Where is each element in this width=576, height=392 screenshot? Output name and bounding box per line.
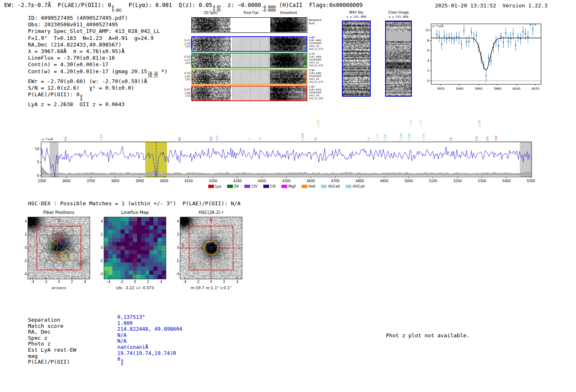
line-label-hβ: Hβ [449, 137, 453, 141]
data-point [441, 43, 442, 44]
line-label-nv: NV [178, 137, 181, 141]
y-axis-unit-label: e⁻¹⁷x2Å [432, 24, 444, 28]
legend-swatch [281, 185, 287, 188]
match-label: mag [28, 353, 117, 359]
row-2d-canvas [192, 86, 231, 100]
row-stat: 152 [179, 45, 190, 48]
sup-sub-value: 00 [80, 95, 82, 101]
x-tick-label: 3920 [437, 87, 444, 90]
x-tick-label: 4400 [258, 179, 266, 183]
timestamp: 2025-01-20 13:31:52 [435, 2, 496, 9]
summary-header: EW: -2.7±-0.7Å P(LAE)/P(OII): 000.001 P(… [4, 2, 363, 12]
data-point [448, 37, 450, 38]
sky-panel-canvas [343, 21, 370, 96]
row-smoothed-canvas [270, 86, 307, 100]
line-label-ciii: { CIII [409, 120, 413, 127]
y-tick-label: 10 [425, 28, 429, 32]
zoom-plot-svg: 3920394039603980400040200246810e⁻¹⁷x2Å [418, 19, 549, 95]
legend-swatch [263, 185, 269, 188]
cutout-title: HSC(26.2) r [172, 210, 250, 216]
spec2d-strip-frame [191, 17, 307, 33]
timestamp-version: 2025-01-20 13:31:52 Version 1.22.3 [435, 2, 548, 9]
cutout-y-tick-label: -2 [20, 259, 27, 263]
row-left-stats: 0.202.37153 [179, 55, 192, 65]
row-meta-line: 20230508 [309, 42, 336, 45]
x-tick-label: 5300 [478, 179, 486, 183]
cutout-xlabel: s/b: -3.22 +/- 0.073 [94, 285, 176, 290]
text-segment: Primary Spec_Slot_IFU_AMP: 413_028_042_L… [28, 28, 160, 34]
compass-north-label: N [210, 218, 213, 223]
sup-sub-value: 00 [121, 360, 123, 366]
cutout-x-tick-label: -4 [28, 280, 37, 284]
row-right-meta: 0.96"(240, 668)20230508v011_03413_LL_073 [309, 69, 336, 85]
line-label-hγ: Hγ [314, 137, 317, 141]
data-point [523, 31, 524, 32]
cutout-y-tick-label: 0 [96, 246, 103, 250]
match-row: Photo zN/A [28, 341, 182, 347]
x-tick-label: 5100 [429, 179, 437, 183]
text-segment: Cont(n) = 4.30(±0.00)e-17 [28, 61, 109, 67]
line-label-siii: SiII [64, 137, 67, 141]
info-line: ID: 4090527495 (4090527495.pdf) [28, 15, 167, 21]
row-stat: 133 [179, 94, 190, 97]
elixer-report-page: EW: -2.7±-0.7Å P(LAE)/P(OII): 000.001 P(… [0, 0, 576, 392]
spec2d-col-title: Pixel Flat [232, 11, 269, 15]
row-smoothed-canvas [270, 70, 307, 84]
row-stat: 2.37 [179, 58, 190, 62]
match-row: mag19.74(19.74,19.74)R [28, 353, 182, 359]
text-segment: 1.000 [117, 320, 133, 326]
text-segment: EWr = -2.70(±0.60) (w: -2.70(±0.59))Å [28, 78, 147, 84]
legend-swatch [321, 185, 327, 188]
cutout-title: Lineflux Map [96, 210, 174, 216]
cutout-y-tick-label: 0 [20, 246, 27, 250]
row-flat-canvas [232, 86, 270, 100]
row-meta-line: 0.86" [309, 36, 336, 39]
x-tick-label: 4600 [307, 179, 315, 183]
x-tick-label: 3960 [475, 87, 483, 90]
cutout-x-tick-label: -4 [181, 280, 189, 284]
legend-label: (H)CaII [353, 184, 365, 188]
x-tick-label: 4020 [532, 87, 539, 90]
legend-label: MgII [288, 184, 296, 188]
info-line: Cont(n) = 4.30(±0.00)e-17 [28, 61, 167, 68]
cutout-y-tick-label: 2 [20, 233, 27, 237]
cutout-y-tick-label: -2 [172, 259, 179, 263]
x-tick-label: 4300 [233, 179, 242, 183]
data-point [488, 58, 489, 59]
row-meta-line: v011_01 [309, 61, 336, 64]
sky-panel-title: With Sky [334, 11, 379, 15]
text-segment: Obs: 20230508v011_4090527495 [28, 21, 118, 28]
spectrum-legend: LyαOIICIVCIIIMgIIHeII(K)CaII(H)CaII [41, 183, 532, 189]
x-tick-label: 3500 [38, 179, 46, 183]
fiber-circle [64, 226, 73, 236]
row-meta-line: (241, 659) [309, 56, 336, 58]
compass-north-label: N [58, 218, 60, 223]
row-meta-line: 20230508 [309, 75, 336, 78]
cutout-x-tick-label: 2 [220, 280, 228, 284]
match-label: RA, Dec [28, 329, 117, 335]
data-point [439, 36, 440, 37]
data-point [461, 44, 462, 45]
compass-east-label: E [182, 244, 184, 248]
compass-north-label: N [134, 218, 137, 223]
fiber-circle [69, 235, 78, 244]
info-line: P(LAE)/P(OII): 000 [28, 91, 167, 101]
spec2d-col-title: 2D Spec [192, 11, 229, 15]
legend-item: CIV [244, 184, 257, 188]
info-line: Cont(w) = 4.20(±0.01)e-17 (gmag 20.1520.… [28, 68, 167, 78]
x-tick-label: 4800 [355, 179, 364, 183]
cutout-panel: NE [180, 217, 242, 279]
data-point [527, 36, 529, 37]
sky-panel-frame [342, 21, 371, 97]
row-right-meta: 1.60"(240, 843)20230508v011_03413_LL_092 [309, 86, 336, 101]
info-line: LyA z = 2.2638 OII z = 0.0643 [28, 101, 167, 108]
row-2d-canvas [192, 70, 231, 84]
cutout-x-tick-label: 4 [233, 280, 242, 284]
legend-swatch [244, 185, 250, 188]
fiber-circle [35, 244, 44, 253]
cutout-x-tick-label: 4 [157, 280, 165, 284]
row-meta-line: 20230508 [309, 58, 336, 61]
photz-note: Phot z plot not available. [386, 332, 470, 339]
spec2d-col-title: Smoothed [270, 11, 307, 15]
text-segment: EW: -2.7±-0.7Å P(LAE)/P(OII): 0 [4, 2, 111, 8]
